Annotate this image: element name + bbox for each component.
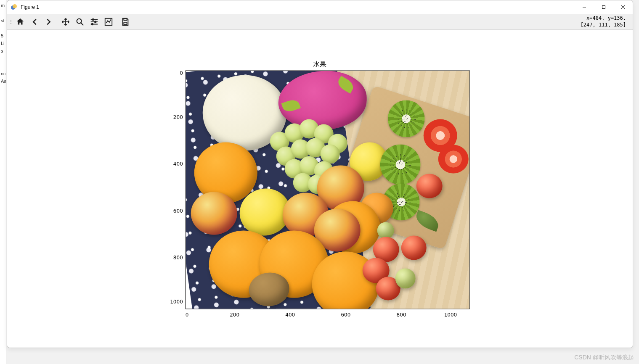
figure-window: Figure 1 [7,0,633,348]
titlebar: Figure 1 [7,0,633,14]
toolbar: x=484. y=136. [247, 111, 185] [7,14,633,30]
maximize-button[interactable] [594,0,613,14]
plot-image [186,71,470,309]
back-button[interactable] [27,15,42,29]
close-button[interactable] [613,0,633,14]
save-button[interactable] [118,15,133,29]
y-axis-ticks: 0 200 400 600 800 1000 [170,71,186,309]
x-axis-ticks: 0 200 400 600 800 1000 [186,309,470,318]
svg-point-12 [95,21,96,23]
svg-point-11 [92,19,94,21]
svg-rect-15 [124,18,127,21]
svg-point-13 [92,24,93,25]
background-window-sliver: m st 5Li s nc Aa [0,0,6,364]
pan-button[interactable] [58,15,73,29]
zoom-button[interactable] [73,15,87,29]
figure-canvas[interactable]: 水果 0 200 400 600 800 1000 [7,30,633,348]
svg-point-6 [77,19,82,24]
plot-title: 水果 [170,60,470,69]
window-title: Figure 1 [21,4,39,10]
configure-subplots-button[interactable] [87,15,101,29]
svg-rect-3 [602,6,605,9]
home-button[interactable] [13,15,27,29]
cursor-status: x=484. y=136. [247, 111, 185] [581,15,630,28]
app-icon [11,4,17,11]
minimize-button[interactable] [575,0,594,14]
figure: 水果 0 200 400 600 800 1000 [170,60,470,318]
svg-rect-16 [124,22,127,24]
forward-button[interactable] [42,15,56,29]
svg-point-1 [13,4,17,8]
watermark: CSDN @听风吹等浪起 [574,354,634,361]
svg-line-7 [81,23,84,26]
edit-axis-button[interactable] [101,15,116,29]
window-controls [575,0,633,14]
